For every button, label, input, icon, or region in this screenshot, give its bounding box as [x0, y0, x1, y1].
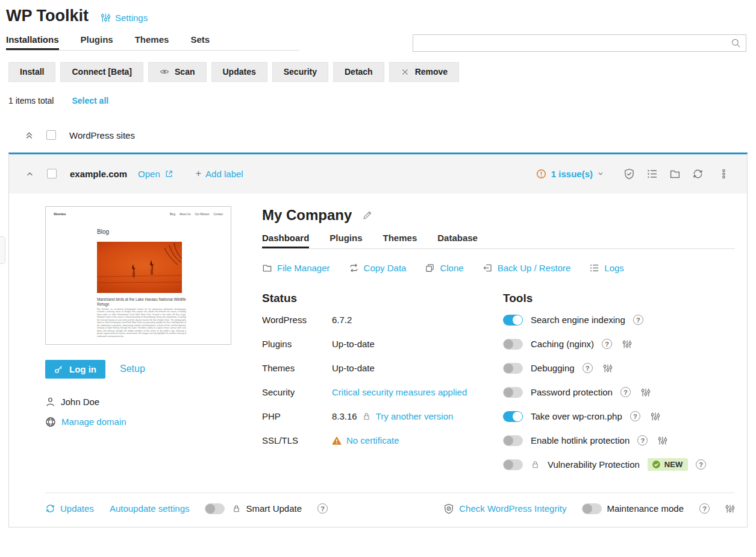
security-button[interactable]: Security: [272, 62, 328, 82]
site-card: example.com Open + Add label 1 issue(s): [8, 153, 748, 527]
preview-image: [97, 242, 182, 293]
site-card-footer: Updates Autoupdate settings Smart Update…: [45, 492, 735, 527]
tools-section: Tools Search engine indexing ? Caching (…: [503, 292, 735, 477]
help-icon[interactable]: ?: [317, 503, 328, 514]
tab-sets[interactable]: Sets: [190, 34, 210, 50]
debugging-toggle[interactable]: [503, 363, 523, 374]
logs-button[interactable]: [646, 168, 658, 180]
sliders-icon[interactable]: [658, 436, 667, 445]
tab-themes[interactable]: Themes: [135, 34, 169, 50]
ssl-certificate-link[interactable]: No certificate: [346, 435, 399, 445]
tool-row-debugging: Debugging ?: [503, 356, 735, 380]
search-icon[interactable]: [731, 38, 741, 48]
select-all-link[interactable]: Select all: [72, 96, 108, 105]
check-integrity-link[interactable]: Check WordPress Integrity: [443, 503, 566, 514]
list-icon: [646, 168, 658, 180]
site-title: My Company: [262, 207, 352, 224]
group-checkbox[interactable]: [46, 130, 56, 140]
site-preview[interactable]: Stories Blog About Us Our Mission Contac…: [45, 206, 231, 345]
status-row-security: Security Critical security measures appl…: [262, 380, 503, 404]
search-input[interactable]: [413, 35, 731, 51]
sliders-icon: [101, 13, 111, 23]
status-row-plugins: Plugins Up-to-date: [262, 332, 503, 356]
collapse-card-icon[interactable]: [26, 170, 34, 178]
setup-link[interactable]: Setup: [120, 363, 145, 374]
tool-row-vulnerability-protection: Vulnerability Protection NEW ?: [503, 453, 735, 477]
install-button[interactable]: Install: [8, 62, 55, 82]
collapse-all-icon[interactable]: [25, 131, 33, 139]
tab-site-themes[interactable]: Themes: [383, 233, 417, 248]
issues-dropdown[interactable]: 1 issue(s): [536, 169, 604, 179]
backup-restore-link[interactable]: Back Up / Restore: [483, 263, 571, 273]
open-site-link[interactable]: Open: [138, 169, 173, 179]
login-button[interactable]: Log in: [45, 360, 105, 379]
sliders-icon[interactable]: [725, 504, 735, 514]
help-icon[interactable]: ?: [699, 503, 710, 514]
clone-link[interactable]: Clone: [425, 263, 463, 273]
vulnerability-protection-toggle[interactable]: [503, 459, 523, 470]
smart-update-toggle[interactable]: [205, 503, 225, 514]
file-manager-link[interactable]: File Manager: [262, 263, 330, 273]
sliders-icon[interactable]: [622, 339, 632, 349]
globe-icon: [45, 417, 56, 427]
site-checkbox[interactable]: [47, 169, 57, 178]
tab-site-database[interactable]: Database: [437, 233, 478, 248]
lock-icon: [531, 460, 540, 469]
tab-plugins[interactable]: Plugins: [81, 34, 113, 50]
help-icon[interactable]: ?: [583, 363, 593, 373]
add-label-button[interactable]: + Add label: [196, 168, 243, 179]
more-menu-button[interactable]: [719, 169, 729, 179]
updates-link[interactable]: Updates: [45, 503, 94, 514]
group-title: WordPress sites: [69, 130, 135, 140]
security-status-link[interactable]: Critical security measures applied: [332, 387, 467, 397]
updates-button[interactable]: Updates: [211, 62, 267, 82]
caching-toggle[interactable]: [503, 339, 523, 350]
password-protection-toggle[interactable]: [503, 387, 523, 398]
sliders-icon[interactable]: [603, 363, 613, 373]
wp-cron-toggle[interactable]: [503, 411, 523, 422]
tab-site-plugins[interactable]: Plugins: [330, 233, 362, 248]
key-icon: [54, 365, 63, 374]
shield-check-icon: [623, 168, 635, 180]
status-row-wordpress: WordPress 6.7.2: [262, 308, 503, 332]
help-icon[interactable]: ?: [630, 411, 640, 421]
remove-button[interactable]: Remove: [389, 62, 459, 82]
maintenance-mode-toggle[interactable]: [582, 503, 602, 514]
edit-title-icon[interactable]: [362, 210, 373, 221]
alert-circle-icon: [536, 169, 546, 179]
hotlink-protection-toggle[interactable]: [503, 435, 523, 446]
search-indexing-toggle[interactable]: [503, 315, 523, 326]
lock-icon: [232, 504, 241, 513]
file-manager-button[interactable]: [669, 168, 681, 180]
maintenance-mode-label: Maintenance mode: [607, 503, 684, 514]
help-icon[interactable]: ?: [637, 435, 648, 445]
detach-button[interactable]: Detach: [333, 62, 384, 82]
help-icon[interactable]: ?: [696, 459, 706, 470]
help-icon[interactable]: ?: [602, 339, 612, 349]
plus-icon: +: [196, 168, 201, 179]
settings-link[interactable]: Settings: [101, 13, 148, 25]
copy-data-icon: [349, 263, 359, 273]
help-icon[interactable]: ?: [620, 387, 631, 397]
autoupdate-settings-link[interactable]: Autoupdate settings: [110, 503, 190, 514]
sidebar-collapse-handle[interactable]: [0, 236, 5, 264]
tool-row-search-indexing: Search engine indexing ?: [503, 308, 735, 332]
help-icon[interactable]: ?: [633, 315, 643, 325]
list-icon: [589, 263, 599, 273]
sliders-icon[interactable]: [641, 388, 651, 397]
sync-icon: [692, 168, 704, 180]
security-check-button[interactable]: [623, 168, 635, 180]
logs-link[interactable]: Logs: [589, 263, 624, 273]
sliders-icon[interactable]: [651, 412, 660, 421]
refresh-button[interactable]: [692, 168, 704, 180]
scan-button[interactable]: Scan: [148, 62, 206, 82]
owner-row: John Doe: [45, 397, 232, 407]
tool-row-caching: Caching (nginx) ?: [503, 332, 735, 356]
tab-installations[interactable]: Installations: [6, 34, 59, 50]
php-version-link[interactable]: Try another version: [376, 411, 454, 421]
connect-button[interactable]: Connect [Beta]: [60, 62, 143, 82]
copy-data-link[interactable]: Copy Data: [349, 263, 407, 273]
tab-dashboard[interactable]: Dashboard: [262, 233, 309, 248]
sync-icon: [45, 503, 55, 514]
manage-domain-link[interactable]: Manage domain: [45, 417, 232, 427]
